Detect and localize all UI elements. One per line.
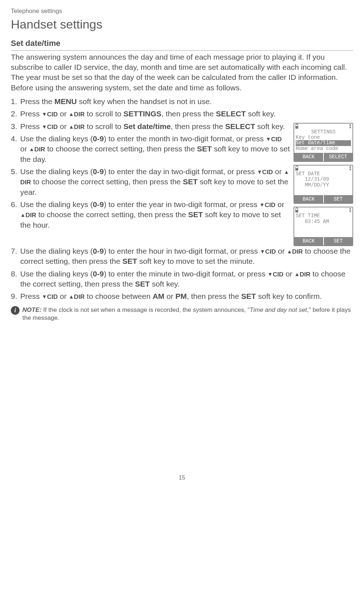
battery-icon	[295, 208, 298, 212]
down-triangle-icon: ▼	[260, 202, 265, 209]
screen-set-time: ▲▼ SET TIME 03:45 AM BACK SET	[294, 207, 353, 246]
down-triangle-icon: ▼	[42, 293, 47, 301]
step-6: Use the dialing keys (0-9) to enter the …	[11, 199, 291, 230]
note: i NOTE: If the clock is not set when a m…	[11, 306, 353, 322]
info-icon: i	[11, 306, 20, 315]
down-triangle-icon: ▼	[266, 136, 271, 143]
up-triangle-icon: ▲	[287, 248, 292, 255]
up-triangle-icon: ▲	[69, 124, 74, 131]
handset-screens: ▲▼ SETTINGS Key tone Set date/time Home …	[294, 123, 353, 246]
softkey-back: BACK	[294, 195, 324, 203]
menu-item: Key tone	[296, 135, 351, 140]
down-triangle-icon: ▼	[257, 169, 262, 176]
up-triangle-icon: ▲	[20, 212, 26, 219]
breadcrumb: Telephone settings	[11, 7, 353, 16]
note-label: NOTE:	[22, 306, 42, 313]
up-triangle-icon: ▲	[69, 293, 74, 301]
up-triangle-icon: ▲	[295, 271, 300, 278]
step-1: Press the MENU soft key when the handset…	[11, 96, 353, 107]
screen-set-date: ▲▼ SET DATE 12/31/09 MM/DD/YY BACK SET	[294, 165, 353, 204]
step-3: Press ▼CID or ▲DIR to scroll to Set date…	[11, 121, 291, 132]
date-format: MM/DD/YY	[296, 182, 351, 188]
page-heading: Handset settings	[11, 16, 353, 33]
up-triangle-icon: ▲	[29, 146, 35, 153]
scroll-arrows-icon: ▲▼	[349, 166, 351, 171]
softkey-set: SET	[324, 237, 353, 245]
softkey-back: BACK	[294, 237, 324, 245]
down-triangle-icon: ▼	[267, 271, 273, 278]
screen-title: SET DATE	[296, 171, 351, 177]
time-value: 03:45 AM	[296, 219, 351, 224]
down-triangle-icon: ▼	[42, 111, 47, 118]
step-2: Press ▼CID or ▲DIR to scroll to SETTINGS…	[11, 109, 353, 119]
screen-title: SETTINGS	[296, 129, 351, 135]
softkey-select: SELECT	[324, 153, 353, 161]
softkey-set: SET	[324, 195, 353, 203]
down-triangle-icon: ▼	[42, 124, 47, 131]
step-8: Use the dialing keys (0-9) to enter the …	[11, 269, 353, 289]
menu-item: Home area code	[296, 146, 351, 151]
up-triangle-icon: ▲	[284, 169, 289, 176]
screen-settings: ▲▼ SETTINGS Key tone Set date/time Home …	[294, 123, 353, 162]
down-triangle-icon: ▼	[260, 248, 265, 255]
scroll-arrows-icon: ▲▼	[349, 207, 351, 213]
intro-text: The answering system announces the day a…	[11, 52, 353, 93]
date-value: 12/31/09	[296, 177, 351, 182]
softkey-back: BACK	[294, 153, 324, 161]
page-number: 15	[11, 474, 353, 482]
battery-icon	[295, 124, 298, 129]
step-9: Press ▼CID or ▲DIR to choose between AM …	[11, 291, 353, 301]
battery-icon	[295, 166, 298, 171]
step-7: Use the dialing keys (0-9) to enter the …	[11, 246, 353, 267]
menu-item-selected: Set date/time	[296, 140, 351, 146]
screen-title: SET TIME	[296, 213, 351, 219]
up-triangle-icon: ▲	[69, 111, 74, 118]
step-4: Use the dialing keys (0-9) to enter the …	[11, 134, 291, 164]
section-heading: Set date/time	[11, 38, 353, 51]
step-5: Use the dialing keys (0-9) to enter the …	[11, 167, 291, 197]
scroll-arrows-icon: ▲▼	[349, 124, 351, 129]
